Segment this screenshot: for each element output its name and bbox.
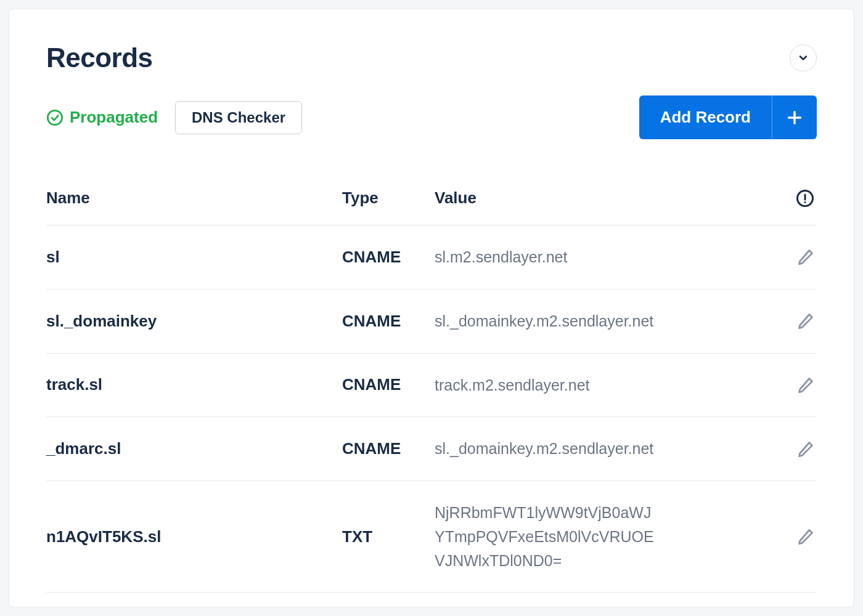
table-row: sl._domainkey CNAME sl._domainkey.m2.sen… — [46, 290, 817, 354]
edit-record-button[interactable] — [774, 312, 817, 330]
record-type: CNAME — [342, 248, 428, 267]
info-icon — [796, 189, 814, 208]
record-name: sl — [46, 248, 336, 267]
chevron-down-icon — [797, 52, 809, 64]
record-type: CNAME — [342, 312, 428, 331]
edit-record-button[interactable] — [774, 440, 817, 458]
record-value: NjRRbmFWT1lyWW9tVjB0aWJYTmpPQVFxeEtsM0lV… — [435, 501, 656, 572]
edit-record-button[interactable] — [774, 528, 817, 545]
record-value: sl.m2.sendlayer.net — [435, 245, 656, 269]
col-value: Value — [435, 188, 767, 208]
add-record-button[interactable]: Add Record — [639, 95, 772, 139]
dns-checker-button[interactable]: DNS Checker — [175, 101, 302, 134]
edit-record-button[interactable] — [774, 376, 817, 394]
table-row: n1AQvIT5KS.sl TXT NjRRbmFWT1lyWW9tVjB0aW… — [46, 481, 817, 593]
table-row: _dmarc.sl CNAME sl._domainkey.m2.sendlay… — [46, 417, 817, 481]
svg-point-5 — [804, 201, 806, 203]
pencil-icon — [797, 528, 814, 545]
propagation-status-label: Propagated — [70, 108, 158, 127]
svg-point-0 — [47, 110, 62, 124]
pencil-icon — [797, 248, 814, 265]
toolbar: Propagated DNS Checker Add Record — [46, 95, 817, 139]
record-type: CNAME — [342, 375, 428, 394]
record-type: TXT — [342, 527, 428, 546]
collapse-toggle[interactable] — [790, 44, 817, 71]
pencil-icon — [797, 376, 814, 394]
table-row: track.sl CNAME track.m2.sendlayer.net — [46, 354, 817, 418]
toolbar-left: Propagated DNS Checker — [46, 101, 302, 134]
check-circle-icon — [46, 109, 63, 126]
records-card: Records Propagated DNS Checker Add Recor… — [9, 9, 854, 607]
record-name: _dmarc.sl — [46, 439, 336, 458]
record-name: n1AQvIT5KS.sl — [46, 527, 336, 546]
col-info[interactable] — [774, 189, 817, 208]
table-header: Name Type Value — [46, 188, 817, 225]
col-type: Type — [342, 188, 428, 208]
header-row: Records — [46, 43, 817, 73]
record-name: sl._domainkey — [46, 312, 336, 331]
propagation-status: Propagated — [46, 108, 158, 127]
record-value: track.m2.sendlayer.net — [435, 373, 656, 397]
record-value: sl._domainkey.m2.sendlayer.net — [435, 437, 656, 461]
pencil-icon — [797, 312, 814, 330]
records-table: Name Type Value sl CNAME sl.m2.sendlayer… — [46, 188, 817, 593]
page-title: Records — [46, 43, 153, 73]
table-row: sl CNAME sl.m2.sendlayer.net — [46, 225, 817, 290]
record-value: sl._domainkey.m2.sendlayer.net — [435, 309, 656, 333]
record-name: track.sl — [46, 375, 336, 394]
col-name: Name — [46, 188, 336, 208]
add-record-plus-button[interactable] — [772, 95, 817, 139]
record-type: CNAME — [342, 439, 428, 458]
add-record-button-group: Add Record — [639, 95, 817, 139]
pencil-icon — [797, 440, 814, 458]
plus-icon — [786, 109, 803, 126]
edit-record-button[interactable] — [774, 248, 817, 265]
